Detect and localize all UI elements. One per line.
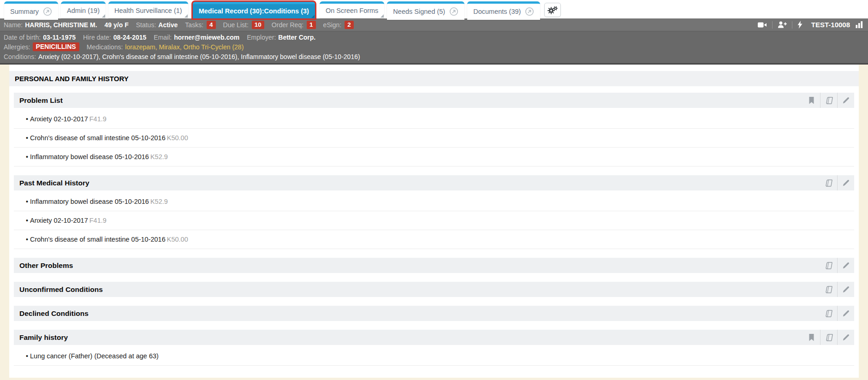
field-label: Name: <box>4 21 23 29</box>
item-code: K52.9 <box>150 153 168 160</box>
list-item: Lung cancer (Father) (Deceased at age 63… <box>14 347 854 366</box>
age-sex: 49 y/o F <box>105 21 129 29</box>
due-list-count-badge[interactable]: 10 <box>252 21 264 29</box>
section-header: Declined Conditions <box>14 306 854 321</box>
book-button[interactable] <box>820 258 837 273</box>
section-title: Other Problems <box>19 261 73 270</box>
pencil-button[interactable] <box>837 330 854 345</box>
main-content: PERSONAL AND FAMILY HISTORY Problem List… <box>9 65 859 378</box>
patient-name: HARRIS, CHRISTINE M. <box>25 21 97 29</box>
external-link-icon[interactable] <box>449 7 458 16</box>
field-label: Medications: <box>87 43 123 51</box>
tab-list: SummaryAdmin (19)Health Surveillance (1)… <box>3 0 541 20</box>
pencil-button[interactable] <box>837 306 854 321</box>
email-value: horner@mieweb.com <box>174 34 239 41</box>
tab-health-surveillance-1[interactable]: Health Surveillance (1) <box>108 1 188 18</box>
field-label: Due List: <box>223 21 249 29</box>
medication-separator: , <box>180 43 182 51</box>
bookmark-icon <box>809 334 814 341</box>
employer-value: Better Corp. <box>278 34 315 41</box>
section-title: Unconfirmed Conditions <box>19 285 103 294</box>
gears-icon <box>547 6 559 15</box>
tab-needs-signed-5[interactable]: Needs Signed (5) <box>387 1 464 20</box>
item-text: Crohn's disease of small intestine 05-10… <box>30 134 166 142</box>
list-item: Anxiety 02-10-2017F41.9 <box>14 110 854 129</box>
section-title: Problem List <box>19 96 63 105</box>
pencil-icon <box>843 179 850 186</box>
order-req-count-badge[interactable]: 1 <box>307 21 316 29</box>
divider <box>772 21 773 29</box>
pencil-button[interactable] <box>837 93 854 108</box>
esign-count-badge[interactable]: 2 <box>345 21 354 29</box>
book-button[interactable] <box>820 282 837 297</box>
section-declined-conditions: Declined Conditions <box>14 306 854 321</box>
section-past-medical-history: Past Medical HistoryInflammatory bowel d… <box>14 175 854 249</box>
tab-admin-19[interactable]: Admin (19) <box>61 1 106 18</box>
field-label: Date of birth: <box>4 34 41 41</box>
tab-on-screen-forms[interactable]: On Screen Forms <box>320 1 384 18</box>
tab-medical-record-30-conditions-3[interactable]: Medical Record (30):Conditions (3) <box>193 2 315 18</box>
item-text: Anxiety 02-10-2017 <box>30 217 88 224</box>
date-of-birth-value: 03-11-1975 <box>43 34 76 41</box>
item-list: Anxiety 02-10-2017F41.9Crohn's disease o… <box>14 110 854 166</box>
pencil-button[interactable] <box>837 175 854 190</box>
list-item: Anxiety 02-10-2017F41.9 <box>14 211 854 230</box>
external-link-icon[interactable] <box>525 7 534 16</box>
item-code: K50.00 <box>167 236 188 243</box>
hire-date-value: 08-24-2015 <box>113 34 147 41</box>
allergy-badge[interactable]: PENICILLINS <box>33 42 79 51</box>
patient-details-rows: Date of birth:03-11-1975Hire date:08-24-… <box>0 31 868 65</box>
book-button[interactable] <box>820 93 837 108</box>
medication-link[interactable]: lorazepam <box>125 43 155 51</box>
field-label: Allergies: <box>4 43 30 51</box>
patient-header: Name:HARRIS, CHRISTINE M.49 y/o FStatus:… <box>0 18 868 65</box>
book-icon <box>825 262 832 269</box>
patient-id: TEST-10008 <box>811 21 850 29</box>
section-title: Family history <box>19 333 68 342</box>
book-icon <box>825 179 832 187</box>
medication-link[interactable]: Miralax <box>159 43 180 51</box>
field-label: Email: <box>154 34 172 41</box>
pencil-icon <box>843 262 850 269</box>
item-code: F41.9 <box>89 217 107 224</box>
field-label: eSign: <box>323 21 342 29</box>
item-text: Anxiety 02-10-2017 <box>30 115 88 123</box>
section-header: Other Problems <box>14 258 854 273</box>
book-icon <box>825 97 833 104</box>
field-label: Employer: <box>247 34 276 41</box>
pencil-icon <box>843 310 850 317</box>
medication-link[interactable]: Ortho Tri-Cyclen (28) <box>184 43 244 51</box>
tasks-count-badge[interactable]: 4 <box>207 21 216 29</box>
book-button[interactable] <box>820 330 837 345</box>
tab-documents-39[interactable]: Documents (39) <box>467 1 540 20</box>
book-button[interactable] <box>820 175 837 190</box>
status-value: Active <box>158 21 178 29</box>
bookmark-button[interactable] <box>803 330 820 345</box>
tab-summary[interactable]: Summary <box>4 1 58 20</box>
section-family-history: Family historyLung cancer (Father) (Dece… <box>14 330 854 366</box>
field-label: Conditions: <box>4 53 36 60</box>
tab-label: Admin (19) <box>67 7 100 14</box>
lightning-bolt-icon[interactable] <box>797 21 803 29</box>
external-link-icon[interactable] <box>43 7 52 16</box>
page-title: PERSONAL AND FAMILY HISTORY <box>9 71 859 86</box>
book-button[interactable] <box>820 306 837 321</box>
bookmark-button[interactable] <box>803 93 820 108</box>
section-other-problems: Other Problems <box>14 258 854 273</box>
item-code: F41.9 <box>89 115 107 123</box>
pencil-button[interactable] <box>837 258 854 273</box>
list-item: Crohn's disease of small intestine 05-10… <box>14 230 854 249</box>
settings-button[interactable] <box>544 3 561 17</box>
tab-label: Needs Signed (5) <box>393 8 445 15</box>
bookmark-icon <box>809 97 814 104</box>
tab-label: Summary <box>10 8 39 15</box>
section-title: Past Medical History <box>19 179 89 187</box>
tab-bar: SummaryAdmin (19)Health Surveillance (1)… <box>0 0 868 18</box>
item-text: Lung cancer (Father) (Deceased at age 63… <box>30 352 159 360</box>
pencil-button[interactable] <box>837 282 854 297</box>
add-person-icon[interactable] <box>778 21 787 28</box>
item-code: K50.00 <box>167 134 188 142</box>
video-camera-icon[interactable] <box>758 22 767 28</box>
book-icon <box>825 334 833 341</box>
bar-chart-icon[interactable] <box>856 21 863 28</box>
